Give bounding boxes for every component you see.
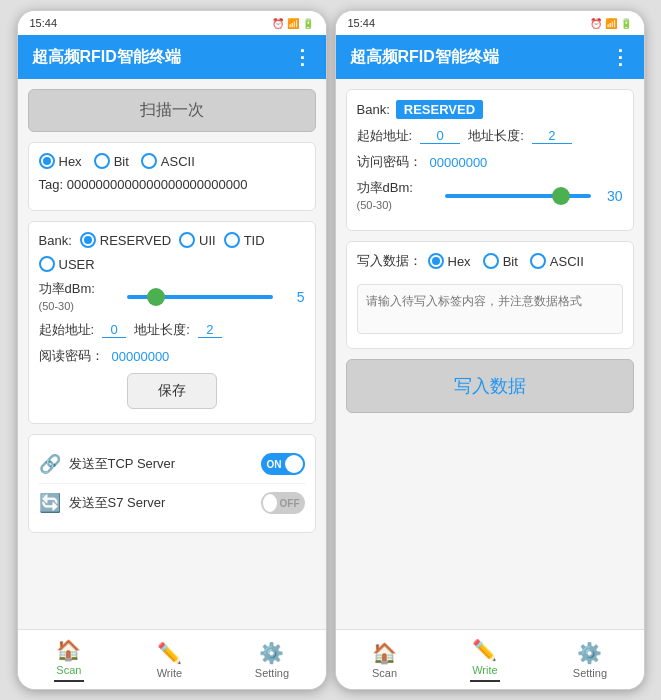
app-header-right: 超高频RFID智能终端 ⋮ <box>336 35 644 79</box>
format-radio-group: Hex Bit ASCII <box>39 153 195 169</box>
server2-row: 🔄 发送至S7 Server OFF <box>39 484 305 522</box>
server2-toggle[interactable]: OFF <box>261 492 305 514</box>
power-label: 功率dBm: (50-30) <box>39 280 119 313</box>
pwd-label: 阅读密码： <box>39 347 104 365</box>
server1-label: 发送至TCP Server <box>69 455 176 473</box>
write-label-left: Write <box>157 667 182 679</box>
bit-label: Bit <box>114 154 129 169</box>
save-button[interactable]: 保存 <box>127 373 217 409</box>
access-pwd-label: 访问密码： <box>357 153 422 171</box>
slider-thumb[interactable] <box>147 288 165 306</box>
write-data-label: 写入数据： <box>357 252 422 270</box>
bank-user[interactable]: USER <box>39 256 95 272</box>
slider-thumb-right[interactable] <box>552 187 570 205</box>
write-bit-radio[interactable]: Bit <box>483 253 518 269</box>
server1-row: 🔗 发送至TCP Server ON <box>39 445 305 484</box>
scan-button[interactable]: 扫描一次 <box>28 89 316 132</box>
length-value: 2 <box>198 322 222 338</box>
setting-label-right: Setting <box>573 667 607 679</box>
bank-user-label: USER <box>59 257 95 272</box>
setting-label-left: Setting <box>255 667 289 679</box>
bank-reserved-radio <box>80 232 96 248</box>
tcp-icon: 🔗 <box>39 453 61 475</box>
addr-row-right: 起始地址: 地址长度: <box>357 127 623 145</box>
bank-label-right: Bank: <box>357 102 390 117</box>
addr-row: 起始地址: 0 地址长度: 2 <box>39 321 305 339</box>
pwd-row: 阅读密码： 00000000 <box>39 347 305 365</box>
power-row: 功率dBm: (50-30) 5 <box>39 280 305 313</box>
bit-radio[interactable]: Bit <box>94 153 129 169</box>
scan-underline-left <box>54 680 84 682</box>
bank-uii[interactable]: UII <box>179 232 216 248</box>
power-slider[interactable] <box>127 287 273 307</box>
menu-icon-right[interactable]: ⋮ <box>610 45 630 69</box>
hex-radio[interactable]: Hex <box>39 153 82 169</box>
start-addr-label-right: 起始地址: <box>357 127 413 145</box>
settings-card: Bank: RESERVED UII TID <box>28 221 316 424</box>
power-slider-right[interactable] <box>445 186 591 206</box>
power-label-right: 功率dBm: (50-30) <box>357 179 437 212</box>
length-label: 地址长度: <box>134 321 190 339</box>
scan-label-right: Scan <box>372 667 397 679</box>
server1-knob <box>285 455 303 473</box>
write-label-right: Write <box>472 664 497 676</box>
setting-icon-left: ⚙️ <box>259 641 284 665</box>
power-value-right: 30 <box>599 188 623 204</box>
scan-label-left: Scan <box>56 664 81 676</box>
tag-value: 0000000000000000000000000 <box>67 177 248 192</box>
write-hex-label: Hex <box>448 254 471 269</box>
scan-icon-left: 🏠 <box>56 638 81 662</box>
server1-toggle[interactable]: ON <box>261 453 305 475</box>
write-data-textarea[interactable] <box>357 284 623 334</box>
app-header-left: 超高频RFID智能终端 ⋮ <box>18 35 326 79</box>
write-ascii-label: ASCII <box>550 254 584 269</box>
write-data-button[interactable]: 写入数据 <box>346 359 634 413</box>
nav-write-right[interactable]: ✏️ Write <box>458 634 512 686</box>
bank-row: Bank: RESERVED UII TID <box>39 232 305 272</box>
bank-value-badge: RESERVED <box>396 100 483 119</box>
length-input-right[interactable] <box>532 128 572 144</box>
left-phone: 15:44 ⏰ 📶 🔋 超高频RFID智能终端 ⋮ 扫描一次 <box>17 10 327 690</box>
nav-setting-right[interactable]: ⚙️ Setting <box>561 637 619 683</box>
content-left: 扫描一次 Hex Bit <box>18 79 326 629</box>
length-label-right: 地址长度: <box>468 127 524 145</box>
bit-radio-circle <box>94 153 110 169</box>
hex-label: Hex <box>59 154 82 169</box>
server2-knob <box>263 494 277 512</box>
server1-toggle-text: ON <box>267 459 282 470</box>
bank-row-right: Bank: RESERVED <box>357 100 623 119</box>
nav-setting-left[interactable]: ⚙️ Setting <box>243 637 301 683</box>
server2-toggle-text: OFF <box>280 498 300 509</box>
nav-write-left[interactable]: ✏️ Write <box>145 637 194 683</box>
save-btn-container: 保存 <box>39 373 305 409</box>
nav-scan-right[interactable]: 🏠 Scan <box>360 637 409 683</box>
write-ascii-radio-circle <box>530 253 546 269</box>
write-data-card: 写入数据： Hex Bit ASCII <box>346 241 634 349</box>
write-bit-label: Bit <box>503 254 518 269</box>
bottom-nav-right: 🏠 Scan ✏️ Write ⚙️ Setting <box>336 629 644 689</box>
bank-tid-label: TID <box>244 233 265 248</box>
status-icons-right: ⏰ 📶 🔋 <box>590 18 632 29</box>
start-addr-value: 0 <box>102 322 126 338</box>
bank-tid-radio <box>224 232 240 248</box>
nav-scan-left[interactable]: 🏠 Scan <box>42 634 96 686</box>
server1-left: 🔗 发送至TCP Server <box>39 453 176 475</box>
status-time-left: 15:44 <box>30 17 58 29</box>
bank-reserved[interactable]: RESERVED <box>80 232 171 248</box>
bank-label: Bank: <box>39 233 72 248</box>
tag-label: Tag: <box>39 177 64 192</box>
start-addr-input-right[interactable] <box>420 128 460 144</box>
format-card: Hex Bit ASCII Tag: 000000000 <box>28 142 316 211</box>
bank-tid[interactable]: TID <box>224 232 265 248</box>
status-icons-left: ⏰ 📶 🔋 <box>272 18 314 29</box>
ascii-label: ASCII <box>161 154 195 169</box>
bottom-nav-left: 🏠 Scan ✏️ Write ⚙️ Setting <box>18 629 326 689</box>
write-hex-radio[interactable]: Hex <box>428 253 471 269</box>
write-underline-right <box>470 680 500 682</box>
start-addr-label: 起始地址: <box>39 321 95 339</box>
bank-uii-radio <box>179 232 195 248</box>
server-card: 🔗 发送至TCP Server ON 🔄 发送至S7 Server <box>28 434 316 533</box>
menu-icon-left[interactable]: ⋮ <box>292 45 312 69</box>
write-ascii-radio[interactable]: ASCII <box>530 253 584 269</box>
ascii-radio[interactable]: ASCII <box>141 153 195 169</box>
